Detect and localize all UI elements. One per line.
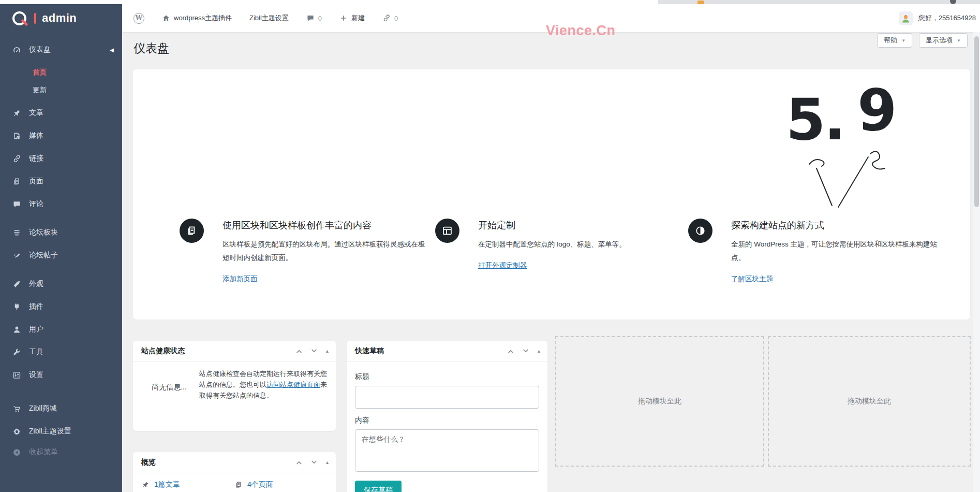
new-content-menu[interactable]: 新建 [339,13,365,23]
permalinks-counter[interactable]: 0 [382,14,398,22]
admin-sidebar: 仪表盘 ◀ 首页 更新 文章 媒体 链接 页面 评论 论坛板块 论坛帖子 外观 … [0,32,122,492]
sidebar-item-tools[interactable]: 工具 [0,341,122,364]
site-health-description: 站点健康检查会自动定期运行来取得有关您站点的信息。您也可以访问站点健康页面来取得… [199,368,328,401]
toggle-panel-icon[interactable]: ▲ [325,460,330,465]
sidebar-item-zibll-theme-settings[interactable]: Zibll主题设置 [0,420,122,443]
pushpin-icon [12,109,21,118]
welcome-column-body: 全新的 WordPress 主题，可让您按需使用区块和区块样板来构建站点。 [731,238,939,265]
chain-icon [12,154,21,163]
add-new-page-link[interactable]: 添加新页面 [222,274,258,284]
sidebar-item-comments[interactable]: 评论 [0,193,122,215]
welcome-column-title: 探索构建站点的新方式 [731,219,939,232]
wordpress-menu[interactable]: W [133,13,144,24]
wordpress-logo-icon: W [133,13,144,24]
sidebar-item-users[interactable]: 用户 [0,318,122,341]
sidebar-item-pages[interactable]: 页面 [0,170,122,193]
posts-count-link[interactable]: 1篇文章 [141,480,234,489]
move-up-icon[interactable] [295,458,303,467]
gauge-icon [12,46,21,54]
welcome-column-title: 开始定制 [478,219,686,232]
learn-block-themes-link[interactable]: 了解区块主题 [731,274,773,284]
move-up-icon[interactable] [295,347,303,355]
sidebar-item-dashboard[interactable]: 仪表盘 ◀ [0,39,122,60]
styles-half-circle-icon [688,219,712,243]
welcome-column-customize: 开始定制 在定制器中配置您站点的 logo、标题、菜单等。 打开外观定制器 [435,219,686,270]
media-icon [12,132,21,140]
plug-icon [12,302,21,311]
page-title: 仪表盘 [133,40,169,56]
sidebar-item-forum-boards[interactable]: 论坛板块 [0,221,122,244]
account-menu[interactable]: 您好，2551654928 [899,11,980,25]
q-logo-icon [12,11,26,25]
pages-icon [180,219,204,243]
at-a-glance-widget: 概览 ▲ 1篇文章 4个页面 [133,452,336,492]
sidebar-subitem-updates[interactable]: 更新 [0,81,122,99]
link-count: 0 [394,15,398,22]
open-customizer-link[interactable]: 打开外观定制器 [478,261,527,270]
sidebar-item-settings[interactable]: 设置 [0,364,122,386]
collapse-left-icon[interactable]: ◀ [110,47,114,53]
sidebar-item-appearance[interactable]: 外观 [0,272,122,295]
sidebar-item-links[interactable]: 链接 [0,147,122,170]
customizer-layout-icon [435,219,459,243]
sidebar-item-posts[interactable]: 文章 [0,102,122,124]
plus-icon [339,14,348,22]
sidebar-subitem-home[interactable]: 首页 [0,64,122,81]
quick-draft-widget: 快速草稿 ▲ 标题 内容 保存草稿 [347,341,547,492]
move-down-icon[interactable] [522,347,530,355]
paintbrush-icon [12,280,21,288]
screen-meta-buttons: 帮助 ▼ 显示选项 ▼ [877,33,968,48]
widget-drop-zone[interactable]: 拖动模块至此 [555,336,764,467]
welcome-column-body: 区块样板是预先配置好的区块布局。通过区块样板获得灵感或在极短时间内创建新页面。 [222,238,430,265]
version-number-minor: 9 [857,82,897,139]
home-icon [162,14,170,22]
draft-content-textarea[interactable] [355,429,539,472]
toggle-panel-icon[interactable]: ▲ [537,349,541,354]
admin-logo[interactable]: admin [0,4,122,32]
user-icon [12,325,21,334]
browser-profile-avatar [950,0,956,4]
site-watermark: Vience.Cn [546,23,616,39]
sidebar-item-media[interactable]: 媒体 [0,124,122,147]
move-down-icon[interactable] [310,458,318,467]
comment-icon [306,14,315,22]
link-icon [382,14,391,22]
screen-options-button[interactable]: 显示选项 ▼ [919,33,968,48]
move-up-icon[interactable] [507,347,515,355]
welcome-column-blocks: 使用区块和区块样板创作丰富的内容 区块样板是预先配置好的区块布局。通过区块样板获… [180,219,430,284]
widget-drop-zone[interactable]: 拖动模块至此 [768,336,971,467]
wordpress-admin-dashboard: Vience.Cn admin W wordpress主题插件 Zibll主题设… [0,0,980,492]
logo-divider [34,13,36,24]
decorative-line-art [802,147,895,210]
forum-posts-icon [12,251,21,260]
scrollbar-thumb[interactable] [974,36,979,207]
pages-icon [12,177,21,186]
pages-count-link[interactable]: 4个页面 [234,480,328,489]
sidebar-item-plugins[interactable]: 插件 [0,295,122,318]
widget-title: 站点健康状态 [141,346,185,356]
draft-content-label: 内容 [355,416,539,425]
gear-icon [12,427,21,436]
site-health-page-link[interactable]: 访问站点健康页面 [266,381,320,388]
version-number-major: 5. [786,91,844,148]
browser-chrome-strip [0,0,980,4]
zibll-theme-settings-link[interactable]: Zibll主题设置 [249,13,289,23]
visit-site-link[interactable]: wordpress主题插件 [162,13,232,23]
page-scrollbar[interactable] [973,32,980,492]
forum-boards-icon [12,228,21,237]
wrench-icon [12,348,21,357]
sliders-icon [12,371,21,380]
greeting-text: 您好，2551654928 [918,13,976,23]
move-down-icon[interactable] [310,347,318,355]
sidebar-item-forum-posts[interactable]: 论坛帖子 [0,244,122,267]
draft-title-input[interactable] [355,386,539,409]
browser-tab-edge [0,0,658,4]
pages-icon [234,481,243,489]
toggle-panel-icon[interactable]: ▲ [325,349,330,354]
save-draft-button[interactable]: 保存草稿 [355,481,402,492]
help-button[interactable]: 帮助 ▼ [877,33,912,48]
draft-title-label: 标题 [355,372,539,382]
collapse-menu-button[interactable]: 收起菜单 [0,443,122,461]
sidebar-item-zibll-shop[interactable]: Zibll商城 [0,397,122,420]
comments-link[interactable]: 0 [306,14,322,22]
